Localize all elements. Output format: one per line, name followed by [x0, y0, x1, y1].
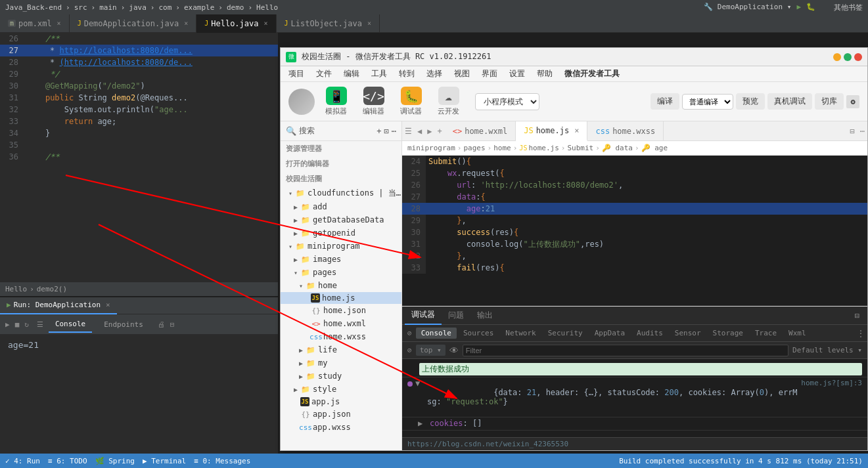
open-editors-section[interactable]: 打开的编辑器 [281, 156, 401, 171]
menu-interface[interactable]: 界面 [476, 66, 503, 82]
terminal-status[interactable]: ▶ Terminal [143, 457, 186, 465]
wechat-tab-home-wxml[interactable]: <> home.wxml [445, 121, 516, 141]
context-selector[interactable]: top ▾ [416, 345, 445, 356]
fold-btn[interactable]: ⊟ [170, 320, 175, 329]
filter-btn[interactable]: ☰ [37, 320, 43, 329]
run-tab[interactable]: ▶ Run: DemoApplication × [0, 297, 117, 314]
close-btn-wechat[interactable] [854, 53, 862, 61]
tree-home-wxml[interactable]: <> home.wxml [281, 317, 401, 330]
close-tab-pom[interactable]: × [57, 20, 61, 27]
project-section[interactable]: 校园生活圈 [281, 171, 401, 186]
btab-problems[interactable]: 问题 [442, 307, 470, 325]
bottom-resize-icon[interactable]: ⊟ [850, 311, 865, 320]
tab-list-object[interactable]: J ListObject.java × [277, 14, 380, 33]
spring-status[interactable]: 🌿 Spring [95, 457, 135, 465]
console-tab-sensor[interactable]: Sensor [670, 328, 706, 339]
tree-getdatabasedata[interactable]: ▶ 📁 getDatabaseData [281, 213, 401, 226]
wechat-tab-home-js[interactable]: JS home.js × [516, 121, 587, 141]
run-btn-small[interactable]: ▶ [5, 320, 10, 329]
stop-btn[interactable]: ■ [15, 320, 20, 329]
console-tab-console[interactable]: Console [416, 328, 457, 339]
menu-edit[interactable]: 编辑 [338, 66, 365, 82]
back-icon[interactable]: ◀ [415, 127, 424, 136]
endpoints-tab[interactable]: Endpoints [97, 316, 150, 333]
console-row-object[interactable]: ▼ {data: 21, header: {…}, statusCode: 20… [402, 377, 867, 417]
filter-toggle-icon[interactable]: ⊘ [407, 346, 412, 354]
tree-home[interactable]: ▾ 📁 home [281, 279, 401, 292]
console-tab-wxml[interactable]: Wxml [783, 328, 811, 339]
wechat-code-editor[interactable]: 24 Submit(){ 25 wx.request({ 26 url: 'ht… [402, 156, 867, 306]
collapse-icon[interactable]: ⊡ [384, 127, 389, 136]
menu-view[interactable]: 视图 [449, 66, 475, 82]
real-test-btn[interactable]: 真机调试 [767, 93, 812, 110]
tree-cloudfunctions[interactable]: ▾ 📁 cloudfunctions | 当前... [281, 186, 401, 200]
console-tab-security[interactable]: Security [543, 328, 588, 339]
tree-miniprogram[interactable]: ▾ 📁 miniprogram [281, 240, 401, 253]
tree-home-js[interactable]: JS home.js [281, 292, 401, 304]
console-tab-appdata[interactable]: AppData [589, 328, 630, 339]
console-filter-input[interactable] [463, 345, 788, 356]
run-status[interactable]: ✓ 4: Run [5, 457, 40, 465]
tree-app-js[interactable]: JS app.js [281, 396, 401, 408]
todo-status[interactable]: ≡ 6: TODO [48, 457, 87, 465]
tree-my[interactable]: ▶ 📁 my [281, 356, 401, 370]
tab-hello-java[interactable]: J Hello.java × [196, 14, 276, 33]
tree-app-json[interactable]: {} app.json [281, 408, 401, 421]
compile-btn[interactable]: 编译 [651, 93, 679, 110]
console-tab[interactable]: Console [49, 316, 92, 333]
menu-file[interactable]: 文件 [311, 66, 337, 82]
more-icon[interactable]: ⋯ [392, 127, 396, 136]
tree-study[interactable]: ▶ 📁 study [281, 370, 401, 383]
add-editor-icon[interactable]: + [434, 127, 444, 136]
console-row-cookies[interactable]: ▶ cookies: [] [402, 417, 867, 431]
more-console-icon[interactable]: ⋮ [857, 329, 865, 338]
menu-help[interactable]: 帮助 [532, 66, 558, 82]
simulator-btn[interactable]: 📱 模拟器 [320, 84, 352, 119]
console-clear-icon[interactable]: ⊘ [405, 329, 415, 337]
tree-app-wxss[interactable]: css app.wxss [281, 421, 401, 434]
menu-icon[interactable]: ☰ [402, 127, 415, 136]
settings-icon[interactable]: ⚙ [846, 95, 859, 108]
compile-mode-select[interactable]: 普通编译 [682, 94, 733, 110]
menu-project[interactable]: 项目 [283, 66, 309, 82]
menu-select[interactable]: 选择 [421, 66, 447, 82]
close-tab-list[interactable]: × [367, 20, 371, 27]
preview-btn[interactable]: 预览 [736, 93, 765, 110]
more-editor-icon[interactable]: ⋯ [857, 127, 867, 136]
run-btn[interactable]: ▶ [796, 3, 801, 12]
console-tab-trace[interactable]: Trace [750, 328, 782, 339]
search-icon[interactable]: 🔍 [286, 126, 296, 136]
other-bookmarks[interactable]: 其他书签 [834, 3, 863, 12]
tree-add[interactable]: ▶ 📁 add [281, 200, 401, 213]
tree-life[interactable]: ▶ 📁 life [281, 343, 401, 356]
resources-section[interactable]: 资源管理器 [281, 141, 401, 156]
tab-demo-application[interactable]: J DemoApplication.java × [70, 14, 197, 33]
console-tab-sources[interactable]: Sources [458, 328, 499, 339]
split-editor-icon[interactable]: ⊟ [848, 127, 857, 136]
close-tab-hello[interactable]: × [263, 20, 267, 27]
console-tab-network[interactable]: Network [500, 328, 541, 339]
close-js-tab[interactable]: × [574, 126, 579, 135]
btab-output[interactable]: 输出 [470, 307, 499, 325]
btab-debugger[interactable]: 调试器 [405, 307, 442, 325]
close-run-tab[interactable]: × [106, 301, 110, 309]
console-tab-audits[interactable]: Audits [631, 328, 668, 339]
new-file-icon[interactable]: + [377, 127, 381, 136]
code-editor[interactable]: 26 /** 27 * http://localhost:8080/dem...… [0, 33, 278, 282]
maximize-btn[interactable] [844, 53, 852, 61]
tree-home-wxss[interactable]: css home.wxss [281, 330, 401, 343]
debugger-btn[interactable]: 🐛 调试器 [395, 84, 427, 119]
editor-btn[interactable]: </> 编辑器 [357, 84, 390, 119]
tree-home-json[interactable]: {} home.json [281, 304, 401, 317]
menu-tools[interactable]: 工具 [366, 66, 392, 82]
cloud-btn[interactable]: ☁ 云开发 [432, 84, 465, 119]
wechat-tab-home-wxss[interactable]: css home.wxss [587, 121, 664, 141]
mode-dropdown[interactable]: 小程序模式 [475, 93, 539, 110]
upload-btn[interactable]: 切库 [815, 93, 844, 110]
messages-status[interactable]: ≡ 0: Messages [194, 457, 250, 465]
minimize-btn[interactable] [833, 53, 841, 61]
run-config[interactable]: 🔧 DemoApplication ▾ [704, 3, 791, 12]
rerun-btn[interactable]: ↻ [24, 320, 29, 329]
console-tab-storage[interactable]: Storage [708, 328, 748, 339]
eye-icon[interactable]: 👁 [449, 345, 459, 356]
